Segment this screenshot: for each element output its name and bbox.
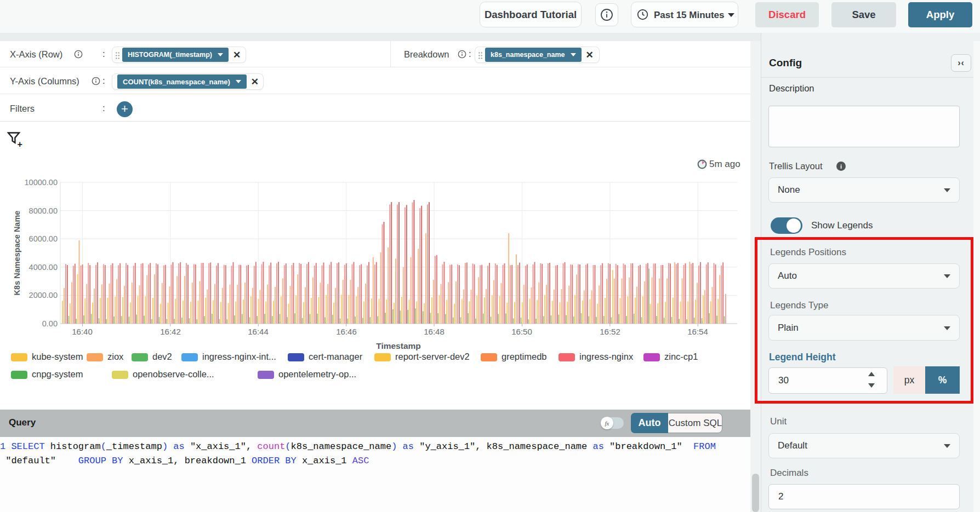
svg-text:Timestamp: Timestamp <box>376 341 421 350</box>
svg-text:16:50: 16:50 <box>511 327 532 336</box>
svg-text:8000.00: 8000.00 <box>29 206 58 215</box>
svg-text:+: + <box>18 140 22 148</box>
svg-text:16:40: 16:40 <box>72 327 93 336</box>
svg-text:16:52: 16:52 <box>600 327 620 336</box>
svg-text:6000.00: 6000.00 <box>29 234 58 243</box>
svg-text:K8s Namespace Name: K8s Namespace Name <box>13 211 21 296</box>
svg-text:2000.00: 2000.00 <box>29 291 58 300</box>
svg-text:16:46: 16:46 <box>336 327 357 336</box>
svg-text:16:54: 16:54 <box>687 327 708 336</box>
svg-text:4000.00: 4000.00 <box>29 263 58 272</box>
svg-text:16:48: 16:48 <box>424 327 445 336</box>
svg-text:0.00: 0.00 <box>42 319 58 328</box>
svg-text:16:42: 16:42 <box>160 327 181 336</box>
svg-text:10000.00: 10000.00 <box>25 178 58 187</box>
svg-text:16:44: 16:44 <box>248 327 269 336</box>
